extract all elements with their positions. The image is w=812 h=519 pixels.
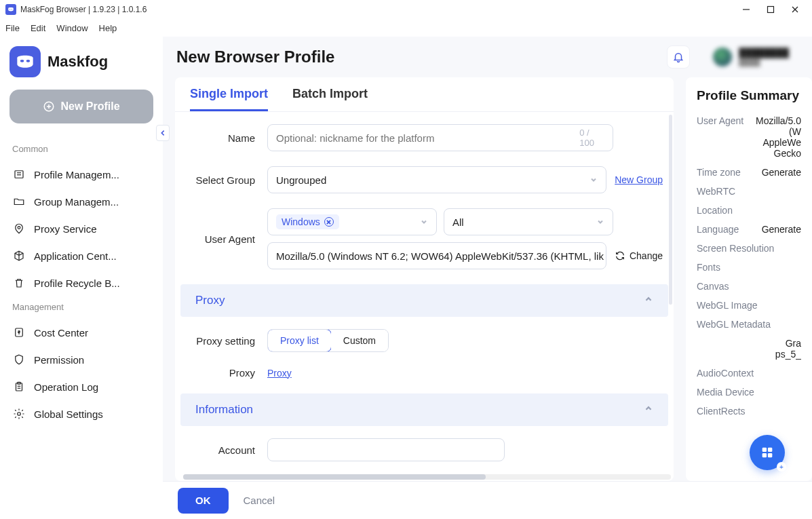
- chevron-up-icon: [644, 294, 653, 307]
- sidebar-item-label: Profile Recycle B...: [34, 277, 120, 289]
- cancel-button[interactable]: Cancel: [244, 495, 275, 506]
- summary-label: Media Device: [697, 387, 754, 398]
- tab-single-import[interactable]: Single Import: [190, 87, 268, 111]
- user-agent-label: User Agent: [186, 233, 267, 245]
- cube-icon: [12, 249, 26, 263]
- brand-name: Maskfog: [47, 53, 108, 71]
- sidebar-item-group-management[interactable]: Group Managem...: [9, 188, 153, 215]
- footer-actions: OK Cancel: [163, 481, 812, 519]
- notifications-button[interactable]: [667, 45, 690, 69]
- gear-icon: [12, 407, 26, 421]
- ok-button[interactable]: OK: [178, 488, 229, 514]
- summary-value: Generate: [762, 167, 801, 178]
- chevron-down-icon: [596, 216, 604, 228]
- sidebar-item-label: Operation Log: [34, 381, 98, 393]
- window-controls: [741, 5, 807, 14]
- name-input[interactable]: [276, 132, 579, 144]
- name-input-wrapper: 0 / 100: [267, 124, 613, 151]
- summary-value: Generate: [762, 224, 801, 235]
- summary-value: Gra ps_5_: [775, 338, 801, 360]
- close-button[interactable]: [790, 5, 800, 14]
- sidebar-item-label: Proxy Service: [34, 223, 97, 235]
- summary-label: Location: [697, 205, 733, 216]
- proxy-setting-custom[interactable]: Custom: [331, 330, 388, 351]
- minimize-button[interactable]: [741, 5, 751, 14]
- sidebar-item-global-settings[interactable]: Global Settings: [9, 400, 153, 427]
- sidebar-item-proxy-service[interactable]: Proxy Service: [9, 215, 153, 242]
- sidebar-item-operation-log[interactable]: Operation Log: [9, 373, 153, 400]
- page-header: New Browser Profile ████████ ████: [163, 37, 812, 77]
- main-area: New Browser Profile ████████ ████ Single…: [163, 37, 812, 519]
- location-pin-icon: [12, 222, 26, 235]
- summary-title: Profile Summary: [697, 88, 801, 103]
- menu-bar: File Edit Window Help: [0, 19, 812, 37]
- account-select[interactable]: [267, 438, 505, 461]
- menu-edit[interactable]: Edit: [31, 23, 45, 33]
- sidebar-item-profile-recycle-bin[interactable]: Profile Recycle B...: [9, 269, 153, 296]
- ua-version-select[interactable]: All: [444, 208, 613, 235]
- information-section-header[interactable]: Information: [180, 393, 668, 426]
- sidebar-item-label: Cost Center: [34, 327, 88, 339]
- svg-rect-25: [762, 453, 767, 457]
- sidebar-item-application-center[interactable]: Application Cent...: [9, 242, 153, 269]
- svg-point-0: [9, 9, 10, 9]
- form-scroll-area[interactable]: Name 0 / 100 Select Group Ungrou: [175, 112, 674, 481]
- proxy-section-header[interactable]: Proxy: [180, 284, 668, 317]
- summary-label: AudioContext: [697, 368, 754, 379]
- proxy-link[interactable]: Proxy: [267, 368, 292, 379]
- nav-section-management: Management: [12, 302, 153, 312]
- summary-label: Fonts: [697, 262, 720, 273]
- sidebar-item-permission[interactable]: Permission: [9, 346, 153, 373]
- svg-point-20: [18, 412, 21, 416]
- sidebar-item-label: Profile Managem...: [34, 169, 119, 180]
- app-icon: [5, 4, 16, 15]
- menu-file[interactable]: File: [5, 23, 20, 33]
- sidebar-item-profile-management[interactable]: Profile Managem...: [9, 161, 153, 188]
- sidebar-collapse-handle[interactable]: [156, 125, 170, 141]
- svg-point-6: [20, 60, 24, 62]
- sidebar-item-label: Application Cent...: [34, 250, 117, 262]
- plus-icon: +: [777, 462, 786, 472]
- proxy-setting-list[interactable]: Proxy list: [267, 329, 332, 352]
- sidebar-item-cost-center[interactable]: Cost Center: [9, 319, 153, 346]
- sidebar: Maskfog New Profile Common Profile Manag…: [0, 37, 163, 519]
- group-select[interactable]: Ungrouped: [267, 166, 606, 193]
- brand: Maskfog: [9, 46, 153, 77]
- form-panel: Single Import Batch Import Name 0 / 100: [175, 77, 674, 481]
- svg-rect-26: [768, 453, 772, 457]
- profile-list-icon: [12, 168, 26, 181]
- remove-tag-icon[interactable]: [324, 217, 334, 227]
- vertical-scrollbar[interactable]: [669, 115, 672, 305]
- summary-label: WebGL Metadata: [697, 319, 771, 330]
- new-group-link[interactable]: New Group: [615, 174, 663, 185]
- svg-rect-11: [15, 171, 23, 178]
- group-label: Select Group: [186, 174, 267, 186]
- proxy-setting-segmented: Proxy list Custom: [267, 329, 389, 352]
- scrollbar-thumb[interactable]: [183, 474, 486, 480]
- summary-label: Time zone: [697, 167, 741, 178]
- horizontal-scrollbar[interactable]: [183, 474, 671, 480]
- summary-label: WebRTC: [697, 186, 735, 197]
- summary-label: Language: [697, 224, 739, 235]
- nav-section-common: Common: [12, 144, 153, 154]
- user-account-chip[interactable]: ████████ ████: [703, 43, 798, 71]
- change-ua-button[interactable]: Change: [615, 250, 663, 261]
- ua-os-select[interactable]: Windows: [267, 208, 437, 235]
- maximize-button[interactable]: [766, 5, 775, 14]
- sidebar-item-label: Group Managem...: [34, 196, 119, 208]
- sidebar-item-label: Global Settings: [34, 408, 103, 420]
- dollar-icon: [12, 326, 26, 339]
- menu-window[interactable]: Window: [56, 23, 88, 33]
- svg-point-1: [12, 9, 12, 9]
- summary-label: ClientRects: [697, 406, 746, 417]
- shield-icon: [12, 353, 26, 366]
- menu-help[interactable]: Help: [99, 23, 117, 33]
- new-profile-button[interactable]: New Profile: [9, 90, 153, 123]
- tab-batch-import[interactable]: Batch Import: [292, 87, 368, 111]
- group-select-value: Ungrouped: [276, 174, 326, 186]
- svg-rect-23: [762, 448, 767, 452]
- apps-fab-button[interactable]: +: [750, 435, 785, 470]
- summary-value: Mozilla/5.0 (W AppleWe Gecko: [750, 115, 801, 159]
- ua-os-tag: Windows: [276, 214, 339, 229]
- chevron-up-icon: [644, 403, 653, 417]
